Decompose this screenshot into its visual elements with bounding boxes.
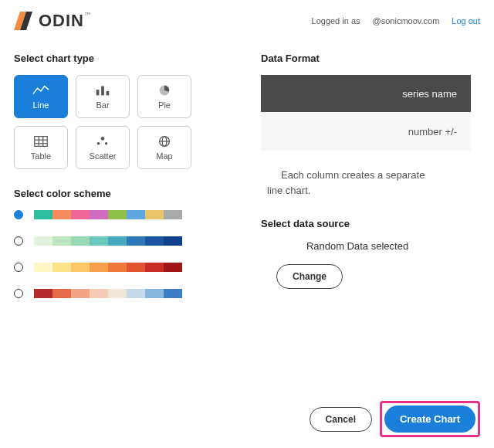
color-swatch [127,210,145,219]
chart-type-scatter[interactable]: Scatter [76,126,130,169]
color-swatch [127,236,145,246]
color-swatch [164,289,182,298]
color-swatches [34,263,182,272]
color-scheme-option[interactable] [14,210,245,219]
radio-icon [14,236,23,246]
user-handle: @sonicmoov.com [373,16,440,25]
color-swatch [71,289,90,298]
color-swatch [164,210,182,219]
color-swatches [34,289,182,298]
chart-type-label: Line [33,100,49,110]
svg-point-11 [97,142,100,145]
line-chart-icon [32,83,49,97]
scatter-icon [94,134,111,148]
brand-logo: ODIN™ [14,11,92,31]
color-swatch [127,263,145,272]
color-swatch [52,210,71,219]
color-swatch [108,289,127,298]
radio-icon [14,210,23,219]
color-scheme-list [14,210,245,298]
svg-rect-4 [107,91,110,96]
data-format-table: series name number +/- [261,75,471,151]
color-swatch [145,210,164,219]
create-chart-button[interactable]: Create Chart [384,406,475,433]
svg-rect-3 [101,87,104,96]
color-scheme-option[interactable] [14,263,245,272]
data-source-selected: Random Data selected [261,240,454,252]
chart-type-label: Scatter [90,151,117,161]
format-header-cell: series name [261,75,471,112]
color-swatch [108,236,127,246]
color-swatch [52,236,71,246]
chart-type-label: Bar [96,100,109,110]
data-format-heading: Data Format [261,53,480,64]
color-swatch [164,263,182,272]
data-source-heading: Select data source [261,218,480,229]
svg-rect-2 [96,90,100,95]
chart-type-heading: Select chart type [14,53,245,64]
trademark: ™ [84,11,92,19]
color-swatch [71,210,90,219]
color-swatch [52,289,71,298]
radio-icon [14,263,23,272]
color-swatch [108,263,127,272]
cancel-button[interactable]: Cancel [310,407,372,432]
pie-chart-icon [156,83,173,97]
color-swatch [145,263,164,272]
color-swatch [34,263,52,272]
user-bar: Logged in as @sonicmoov.com Log out [312,16,480,25]
color-swatch [52,263,71,272]
color-swatch [108,210,127,219]
chart-type-grid: Line Bar Pie [14,75,245,169]
globe-icon [156,134,173,148]
format-description: Each column creates a separate line char… [267,168,468,198]
logout-link[interactable]: Log out [452,16,480,25]
create-highlight: Create Chart [380,401,480,437]
color-swatches [34,236,182,246]
chart-type-label: Pie [158,100,171,110]
color-swatch [90,210,108,219]
chart-type-table[interactable]: Table [14,126,68,169]
svg-point-12 [101,137,105,141]
color-swatch [90,236,108,246]
color-scheme-option[interactable] [14,236,245,246]
color-swatch [90,263,108,272]
chart-type-line[interactable]: Line [14,75,68,118]
color-scheme-heading: Select color scheme [14,188,245,199]
change-source-button[interactable]: Change [276,264,343,289]
chart-type-label: Map [156,151,172,161]
color-swatch [34,289,52,298]
color-swatches [34,210,182,219]
chart-type-pie[interactable]: Pie [137,75,191,118]
chart-type-map[interactable]: Map [137,126,191,169]
color-swatch [164,236,182,246]
color-swatch [71,263,90,272]
color-swatch [71,236,90,246]
color-scheme-option[interactable] [14,289,245,298]
svg-point-13 [105,142,107,144]
brand-name: ODIN [39,11,84,30]
logo-mark-icon [14,12,32,30]
table-icon [32,134,49,148]
color-swatch [145,289,164,298]
logged-in-label: Logged in as [312,16,360,25]
color-swatch [90,289,108,298]
radio-icon [14,289,23,298]
svg-rect-6 [35,137,48,147]
format-row-cell: number +/- [261,112,471,151]
color-swatch [145,236,164,246]
color-swatch [34,236,52,246]
chart-type-label: Table [31,151,51,161]
color-swatch [127,289,145,298]
bar-chart-icon [94,83,111,97]
color-swatch [34,210,52,219]
chart-type-bar[interactable]: Bar [76,75,130,118]
